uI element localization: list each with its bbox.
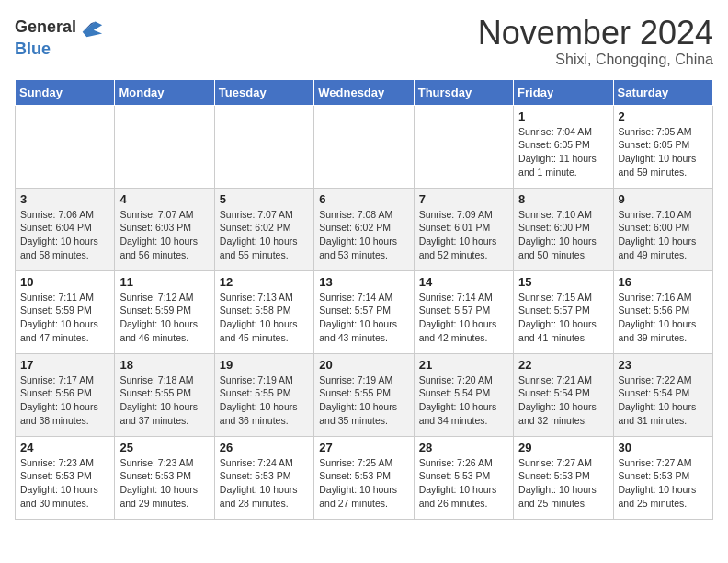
day-number: 22 bbox=[518, 358, 608, 372]
day-info: Sunrise: 7:09 AM Sunset: 6:01 PM Dayligh… bbox=[419, 208, 508, 262]
day-cell: 17Sunrise: 7:17 AM Sunset: 5:56 PM Dayli… bbox=[16, 353, 115, 436]
day-info: Sunrise: 7:11 AM Sunset: 5:59 PM Dayligh… bbox=[20, 291, 109, 345]
day-cell bbox=[314, 105, 414, 188]
day-cell bbox=[16, 105, 115, 188]
day-cell: 21Sunrise: 7:20 AM Sunset: 5:54 PM Dayli… bbox=[414, 353, 513, 436]
day-number: 17 bbox=[20, 358, 109, 372]
day-number: 4 bbox=[119, 192, 209, 206]
weekday-header-wednesday: Wednesday bbox=[314, 79, 414, 105]
day-info: Sunrise: 7:07 AM Sunset: 6:03 PM Dayligh… bbox=[119, 208, 209, 262]
day-number: 18 bbox=[119, 358, 209, 372]
day-number: 28 bbox=[419, 441, 508, 454]
day-info: Sunrise: 7:21 AM Sunset: 5:54 PM Dayligh… bbox=[518, 373, 608, 428]
day-cell: 13Sunrise: 7:14 AM Sunset: 5:57 PM Dayli… bbox=[314, 270, 414, 353]
day-cell: 26Sunrise: 7:24 AM Sunset: 5:53 PM Dayli… bbox=[214, 436, 313, 519]
day-info: Sunrise: 7:10 AM Sunset: 6:00 PM Dayligh… bbox=[518, 208, 608, 262]
day-cell: 22Sunrise: 7:21 AM Sunset: 5:54 PM Dayli… bbox=[514, 353, 613, 436]
weekday-header-thursday: Thursday bbox=[414, 79, 513, 105]
day-cell: 16Sunrise: 7:16 AM Sunset: 5:56 PM Dayli… bbox=[613, 270, 712, 353]
week-row-4: 17Sunrise: 7:17 AM Sunset: 5:56 PM Dayli… bbox=[16, 353, 713, 436]
day-cell: 12Sunrise: 7:13 AM Sunset: 5:58 PM Dayli… bbox=[214, 270, 313, 353]
day-cell: 10Sunrise: 7:11 AM Sunset: 5:59 PM Dayli… bbox=[16, 270, 115, 353]
day-cell: 2Sunrise: 7:05 AM Sunset: 6:05 PM Daylig… bbox=[613, 105, 712, 188]
day-info: Sunrise: 7:06 AM Sunset: 6:04 PM Dayligh… bbox=[20, 208, 109, 262]
location: Shixi, Chongqing, China bbox=[478, 52, 713, 68]
week-row-5: 24Sunrise: 7:23 AM Sunset: 5:53 PM Dayli… bbox=[16, 436, 713, 519]
day-number: 25 bbox=[119, 441, 209, 454]
day-info: Sunrise: 7:08 AM Sunset: 6:02 PM Dayligh… bbox=[319, 208, 408, 262]
day-cell: 27Sunrise: 7:25 AM Sunset: 5:53 PM Dayli… bbox=[314, 436, 414, 519]
day-info: Sunrise: 7:27 AM Sunset: 5:53 PM Dayligh… bbox=[518, 456, 608, 511]
day-info: Sunrise: 7:26 AM Sunset: 5:53 PM Dayligh… bbox=[419, 456, 508, 511]
day-cell bbox=[414, 105, 513, 188]
day-cell: 7Sunrise: 7:09 AM Sunset: 6:01 PM Daylig… bbox=[414, 188, 513, 270]
day-info: Sunrise: 7:20 AM Sunset: 5:54 PM Dayligh… bbox=[419, 373, 508, 428]
day-cell: 1Sunrise: 7:04 AM Sunset: 6:05 PM Daylig… bbox=[514, 105, 613, 188]
day-cell: 5Sunrise: 7:07 AM Sunset: 6:02 PM Daylig… bbox=[214, 188, 313, 270]
calendar-table: SundayMondayTuesdayWednesdayThursdayFrid… bbox=[15, 79, 713, 520]
day-number: 5 bbox=[220, 192, 309, 206]
day-number: 19 bbox=[220, 358, 309, 372]
day-info: Sunrise: 7:18 AM Sunset: 5:55 PM Dayligh… bbox=[119, 373, 209, 428]
day-info: Sunrise: 7:15 AM Sunset: 5:57 PM Dayligh… bbox=[518, 291, 608, 345]
day-number: 26 bbox=[220, 441, 309, 454]
week-row-1: 1Sunrise: 7:04 AM Sunset: 6:05 PM Daylig… bbox=[16, 105, 713, 188]
day-info: Sunrise: 7:14 AM Sunset: 5:57 PM Dayligh… bbox=[319, 291, 408, 345]
day-info: Sunrise: 7:27 AM Sunset: 5:53 PM Dayligh… bbox=[619, 456, 708, 511]
day-info: Sunrise: 7:13 AM Sunset: 5:58 PM Dayligh… bbox=[220, 291, 309, 345]
day-cell bbox=[214, 105, 313, 188]
weekday-header-monday: Monday bbox=[115, 79, 214, 105]
day-number: 10 bbox=[20, 275, 109, 289]
day-number: 16 bbox=[619, 275, 708, 289]
day-cell: 3Sunrise: 7:06 AM Sunset: 6:04 PM Daylig… bbox=[16, 188, 115, 270]
day-info: Sunrise: 7:17 AM Sunset: 5:56 PM Dayligh… bbox=[20, 373, 109, 428]
day-number: 27 bbox=[319, 441, 408, 454]
day-number: 23 bbox=[619, 358, 708, 372]
week-row-3: 10Sunrise: 7:11 AM Sunset: 5:59 PM Dayli… bbox=[16, 270, 713, 353]
day-cell: 23Sunrise: 7:22 AM Sunset: 5:54 PM Dayli… bbox=[613, 353, 712, 436]
day-info: Sunrise: 7:19 AM Sunset: 5:55 PM Dayligh… bbox=[220, 373, 309, 428]
title-block: November 2024 Shixi, Chongqing, China bbox=[478, 15, 713, 68]
day-info: Sunrise: 7:19 AM Sunset: 5:55 PM Dayligh… bbox=[319, 373, 408, 428]
day-number: 6 bbox=[319, 192, 408, 206]
day-number: 24 bbox=[20, 441, 109, 454]
weekday-header-row: SundayMondayTuesdayWednesdayThursdayFrid… bbox=[16, 79, 713, 105]
day-number: 15 bbox=[518, 275, 608, 289]
day-number: 7 bbox=[419, 192, 508, 206]
logo-general: General bbox=[15, 18, 76, 37]
day-number: 1 bbox=[518, 109, 608, 123]
day-cell: 6Sunrise: 7:08 AM Sunset: 6:02 PM Daylig… bbox=[314, 188, 414, 270]
day-cell: 30Sunrise: 7:27 AM Sunset: 5:53 PM Dayli… bbox=[613, 436, 712, 519]
day-cell: 4Sunrise: 7:07 AM Sunset: 6:03 PM Daylig… bbox=[115, 188, 214, 270]
week-row-2: 3Sunrise: 7:06 AM Sunset: 6:04 PM Daylig… bbox=[16, 188, 713, 270]
day-info: Sunrise: 7:04 AM Sunset: 6:05 PM Dayligh… bbox=[518, 125, 608, 179]
day-cell: 29Sunrise: 7:27 AM Sunset: 5:53 PM Dayli… bbox=[514, 436, 613, 519]
day-number: 14 bbox=[419, 275, 508, 289]
day-number: 13 bbox=[319, 275, 408, 289]
day-number: 2 bbox=[619, 109, 708, 123]
day-info: Sunrise: 7:23 AM Sunset: 5:53 PM Dayligh… bbox=[119, 456, 209, 511]
day-number: 29 bbox=[518, 441, 608, 454]
weekday-header-saturday: Saturday bbox=[613, 79, 712, 105]
day-number: 30 bbox=[619, 441, 708, 454]
day-info: Sunrise: 7:16 AM Sunset: 5:56 PM Dayligh… bbox=[619, 291, 708, 345]
day-info: Sunrise: 7:07 AM Sunset: 6:02 PM Dayligh… bbox=[220, 208, 309, 262]
weekday-header-sunday: Sunday bbox=[16, 79, 115, 105]
day-cell: 15Sunrise: 7:15 AM Sunset: 5:57 PM Dayli… bbox=[514, 270, 613, 353]
day-number: 8 bbox=[518, 192, 608, 206]
day-cell: 24Sunrise: 7:23 AM Sunset: 5:53 PM Dayli… bbox=[16, 436, 115, 519]
day-cell: 8Sunrise: 7:10 AM Sunset: 6:00 PM Daylig… bbox=[514, 188, 613, 270]
day-info: Sunrise: 7:25 AM Sunset: 5:53 PM Dayligh… bbox=[319, 456, 408, 511]
day-cell: 20Sunrise: 7:19 AM Sunset: 5:55 PM Dayli… bbox=[314, 353, 414, 436]
day-info: Sunrise: 7:10 AM Sunset: 6:00 PM Dayligh… bbox=[619, 208, 708, 262]
day-number: 3 bbox=[20, 192, 109, 206]
day-cell: 28Sunrise: 7:26 AM Sunset: 5:53 PM Dayli… bbox=[414, 436, 513, 519]
logo-blue: Blue bbox=[15, 40, 51, 58]
day-number: 11 bbox=[119, 275, 209, 289]
day-info: Sunrise: 7:22 AM Sunset: 5:54 PM Dayligh… bbox=[619, 373, 708, 428]
page-header: General Blue November 2024 Shixi, Chongq… bbox=[15, 15, 713, 68]
logo: General Blue bbox=[15, 15, 104, 59]
day-number: 20 bbox=[319, 358, 408, 372]
day-cell: 18Sunrise: 7:18 AM Sunset: 5:55 PM Dayli… bbox=[115, 353, 214, 436]
day-info: Sunrise: 7:12 AM Sunset: 5:59 PM Dayligh… bbox=[119, 291, 209, 345]
